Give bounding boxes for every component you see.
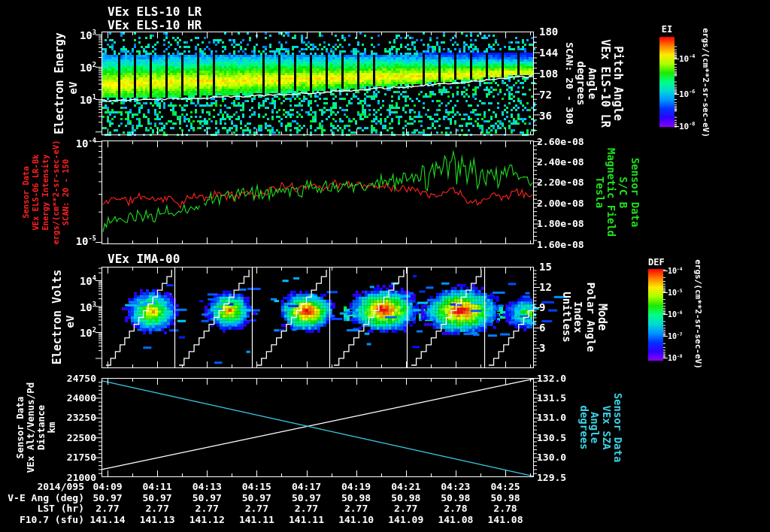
panel4-right-tick: 130.5 — [537, 433, 566, 443]
footer-lst-value: 2.78 — [481, 503, 529, 513]
panel1-title-hr: VEx ELS-10 HR — [108, 20, 202, 32]
footer-row-label: LST (hr) — [0, 503, 84, 513]
footer-times-value: 04:13 — [183, 482, 231, 491]
panel4-right-tick: 131.0 — [537, 413, 566, 422]
panel2-right-label-0: Sensor Data — [630, 158, 641, 228]
panel3-left-tick: 102 — [59, 327, 96, 338]
footer-f107-value: 141.14 — [83, 515, 132, 524]
footer-times-value: 04:19 — [332, 482, 380, 491]
panel1-ylabel: Electron Energy — [54, 32, 65, 134]
panel2-left-tick: 10-5 — [59, 235, 96, 246]
footer-lst-value: 2.77 — [133, 503, 181, 513]
footer-ve_ang-value: 50.97 — [283, 493, 331, 503]
panel1-right-label-4: SCAN: 20 - 300 — [565, 42, 574, 125]
panel1-right-tick: 144 — [539, 47, 558, 58]
panel4-left-label-0: Sensor Data — [16, 397, 26, 459]
footer-lst-value: 2.77 — [232, 503, 280, 513]
footer-ve_ang-value: 50.97 — [183, 493, 231, 503]
panel4-left-tick: 24750 — [56, 373, 96, 383]
panel1-right-tick: 180 — [539, 26, 558, 37]
panel2-left-tick: 10-4 — [59, 138, 96, 149]
footer-f107-value: 141.10 — [332, 515, 380, 524]
footer-ve_ang-value: 50.98 — [382, 493, 430, 503]
panel1-right-tick: 72 — [539, 89, 552, 100]
panel2-left-label-1: VEx ELS-06 LR-Bk — [32, 154, 40, 230]
footer-lst-value: 2.78 — [432, 503, 480, 513]
panel2-right-label-3: Tesla — [595, 177, 605, 208]
panel2-right-tick: 1.60e-08 — [537, 240, 584, 249]
panel2-left-label-0: Sensor Data — [22, 166, 30, 219]
panel1-left-tick: 103 — [59, 29, 96, 41]
footer-ve_ang-value: 50.98 — [481, 493, 529, 503]
footer-lst-value: 2.77 — [183, 503, 231, 513]
panel1-right-tick: 108 — [539, 68, 558, 79]
colorbar-ei-title: EI — [659, 25, 675, 34]
panel2-right-tick: 2.60e-08 — [537, 137, 584, 147]
footer-times-value: 04:25 — [481, 482, 529, 491]
colorbar-def-tick: 10-7 — [668, 332, 683, 340]
panel3-yunit: eV — [65, 316, 75, 328]
colorbar-ei-tick: 10-6 — [679, 89, 695, 98]
panel1-right-label-1: VEx ELS-10 LR — [599, 39, 611, 127]
panel4-left-tick: 21750 — [56, 452, 96, 462]
colorbar-ei-tick: 10-8 — [679, 122, 695, 131]
panel3-right-label-0: Mode — [596, 304, 608, 331]
panel4-right-tick: 130.0 — [537, 452, 566, 462]
footer-ve_ang-value: 50.97 — [83, 493, 132, 503]
panel2-right-tick: 1.80e-08 — [537, 219, 584, 228]
panel3-right-label-1: Polar Angle — [586, 283, 596, 352]
footer-f107-value: 141.12 — [183, 515, 231, 524]
footer-times-value: 04:11 — [133, 482, 181, 491]
panel1-left-tick: 101 — [59, 94, 96, 105]
panel4-right-label-0: Sensor Data — [613, 393, 623, 463]
panel3-right-tick: 6 — [539, 322, 545, 333]
panel4-right-tick: 131.5 — [537, 393, 566, 403]
panel1-right-label-0: Pitch Angle — [612, 46, 623, 120]
colorbar-def-tick: 10-6 — [668, 310, 683, 319]
panel2-right-tick: 2.40e-08 — [537, 157, 584, 167]
panel1-title-lr: VEx ELS-10 LR — [108, 6, 202, 18]
panel2-right-label-1: S/C B — [618, 177, 629, 208]
panel4-left-label-3: km — [47, 422, 57, 433]
colorbar-ei-unit: ergs/(cm**2-sr-sec-eV) — [702, 28, 710, 138]
panel4-right-tick: 132.0 — [537, 373, 566, 383]
footer-ve_ang-value: 50.98 — [432, 493, 480, 503]
panel2-left-label-4: SCAN: 20 - 150 — [62, 159, 70, 226]
colorbar-def-tick: 10-4 — [668, 267, 683, 275]
panel2-right-tick: 2.00e-08 — [537, 198, 584, 208]
panel3-left-tick: 103 — [59, 301, 96, 313]
footer-times-value: 04:09 — [83, 482, 132, 491]
panel2-left-label-3: ergs/(cm**2-sr-sec-eV) — [51, 140, 59, 244]
footer-lst-value: 2.77 — [332, 503, 380, 513]
footer-lst-value: 2.77 — [283, 503, 331, 513]
panel3-left-tick: 104 — [59, 275, 96, 286]
colorbar-def-tick: 10-8 — [668, 354, 683, 362]
footer-lst-value: 2.77 — [382, 503, 430, 513]
colorbar-def-title: DEF — [648, 258, 674, 267]
colorbar-ei-tick: 10-4 — [679, 54, 695, 63]
footer-times-value: 04:23 — [432, 482, 480, 491]
panel4-left-tick: 22500 — [56, 433, 96, 443]
panel2-right-tick: 2.20e-08 — [537, 177, 584, 187]
panel1-yunit: eV — [68, 82, 78, 95]
footer-f107-value: 141.09 — [382, 515, 430, 524]
panel1-right-label-2: Angle — [587, 68, 598, 99]
panel3-right-label-2: Index — [573, 301, 584, 333]
footer-f107-value: 141.11 — [283, 515, 331, 524]
footer-times-value: 04:15 — [232, 482, 280, 491]
footer-times-value: 04:21 — [382, 482, 430, 491]
panel2-left-label-2: Energy Intensity — [41, 154, 50, 230]
footer-row-label: V-E Ang (deg) — [0, 493, 84, 503]
panel4-right-label-3: degrees — [579, 405, 590, 449]
panel3-right-tick: 12 — [539, 282, 552, 292]
panel3-right-tick: 15 — [539, 261, 552, 272]
panel2-right-label-2: Magnetic Field — [606, 148, 617, 237]
footer-row-label: F10.7 (sfu) — [0, 515, 84, 524]
footer-ve_ang-value: 50.97 — [232, 493, 280, 503]
panel3-right-tick: 3 — [539, 343, 545, 353]
panel4-right-tick: 129.5 — [537, 473, 566, 482]
footer-f107-value: 141.11 — [232, 515, 280, 524]
panel4-left-label-1: VEx Alt/Venus/Pd — [26, 382, 36, 473]
panel3-right-tick: 9 — [539, 302, 545, 313]
panel3-right-label-3: Unitless — [562, 292, 572, 342]
